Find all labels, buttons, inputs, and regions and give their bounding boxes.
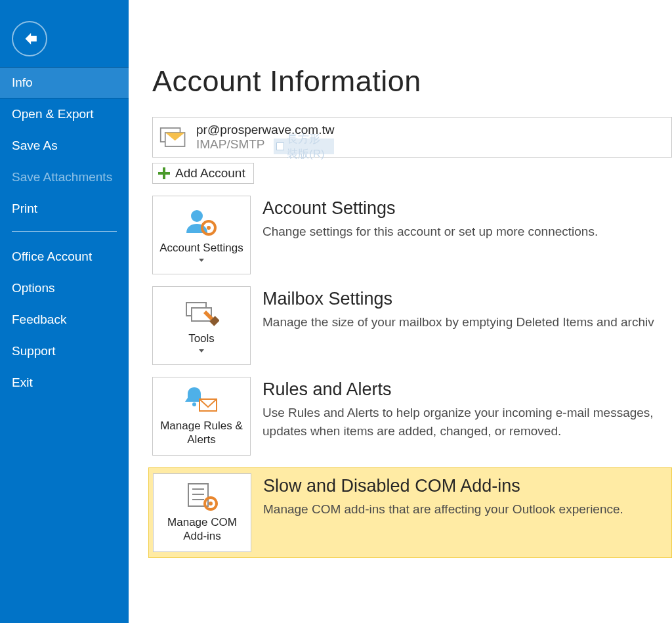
sidebar-item-info[interactable]: Info	[0, 67, 129, 98]
account-email: pr@prosperwave.com.tw	[196, 123, 334, 137]
account-text: pr@prosperwave.com.tw IMAP/SMTP 長方形裝版(R)	[196, 123, 334, 152]
section-com-addins: Manage COM Add-ins Slow and Disabled COM…	[148, 467, 672, 558]
sidebar-nav: Info Open & Export Save As Save Attachme…	[0, 67, 129, 398]
mailbox-brush-icon	[184, 297, 219, 328]
bell-mail-icon	[184, 385, 219, 415]
sidebar-item-options[interactable]: Options	[0, 272, 129, 304]
sidebar-separator	[12, 231, 117, 232]
section-title: Rules and Alerts	[262, 379, 672, 400]
sidebar-item-feedback[interactable]: Feedback	[0, 304, 129, 335]
button-label: Tools	[188, 332, 215, 345]
manage-com-addins-button[interactable]: Manage COM Add-ins	[153, 473, 251, 552]
svg-point-17	[209, 502, 213, 505]
section-title: Mailbox Settings	[262, 289, 672, 309]
sections: Account Settings Account Settings Change…	[152, 196, 672, 558]
section-description: Manage COM add-ins that are affecting yo…	[263, 500, 671, 519]
manage-rules-alerts-button[interactable]: Manage Rules & Alerts	[152, 377, 251, 456]
svg-point-10	[192, 402, 196, 406]
mailbox-icon	[159, 125, 187, 149]
button-label: Manage COM Add-ins	[158, 515, 247, 544]
section-text: Mailbox Settings Manage the size of your…	[262, 286, 672, 365]
section-text: Rules and Alerts Use Rules and Alerts to…	[262, 377, 672, 456]
section-mailbox-settings: Tools Mailbox Settings Manage the size o…	[152, 286, 672, 377]
section-description: Change settings for this account or set …	[262, 223, 672, 241]
section-text: Account Settings Change settings for thi…	[262, 196, 672, 274]
account-selector[interactable]: pr@prosperwave.com.tw IMAP/SMTP 長方形裝版(R)	[152, 117, 672, 158]
section-title: Slow and Disabled COM Add-ins	[263, 476, 671, 496]
page-title: Account Information	[152, 64, 672, 98]
sidebar-item-open-export[interactable]: Open & Export	[0, 98, 129, 130]
sidebar-item-print[interactable]: Print	[0, 193, 129, 225]
sidebar-item-save-attachments: Save Attachments	[0, 161, 129, 193]
tools-button[interactable]: Tools	[152, 286, 251, 365]
back-button[interactable]	[12, 21, 47, 56]
section-description: Use Rules and Alerts to help organize yo…	[262, 404, 672, 440]
button-label: Account Settings	[159, 241, 243, 255]
backstage-sidebar: Info Open & Export Save As Save Attachme…	[0, 0, 129, 623]
section-description: Manage the size of your mailbox by empty…	[262, 313, 672, 332]
add-account-button[interactable]: Add Account	[152, 163, 254, 184]
sidebar-item-save-as[interactable]: Save As	[0, 130, 129, 161]
section-text: Slow and Disabled COM Add-ins Manage COM…	[263, 473, 671, 552]
account-ghost-overlay: 長方形裝版(R)	[274, 139, 334, 154]
sidebar-item-support[interactable]: Support	[0, 335, 129, 367]
section-account-settings: Account Settings Account Settings Change…	[152, 196, 672, 286]
add-account-label: Add Account	[175, 166, 245, 181]
account-protocol: IMAP/SMTP 長方形裝版(R)	[196, 137, 334, 152]
arrow-left-icon	[21, 30, 38, 47]
button-label: Manage Rules & Alerts	[157, 419, 246, 447]
section-title: Account Settings	[262, 198, 672, 219]
svg-point-5	[207, 226, 211, 230]
section-rules-alerts: Manage Rules & Alerts Rules and Alerts U…	[152, 377, 672, 467]
svg-point-3	[191, 210, 203, 222]
list-gear-icon	[184, 481, 220, 511]
sidebar-item-office-account[interactable]: Office Account	[0, 241, 129, 272]
sidebar-item-exit[interactable]: Exit	[0, 367, 129, 398]
plus-icon	[158, 167, 170, 179]
user-gear-icon	[184, 207, 219, 237]
account-settings-button[interactable]: Account Settings	[152, 196, 251, 274]
main-panel: Account Information pr@prosperwave.com.t…	[129, 0, 672, 623]
